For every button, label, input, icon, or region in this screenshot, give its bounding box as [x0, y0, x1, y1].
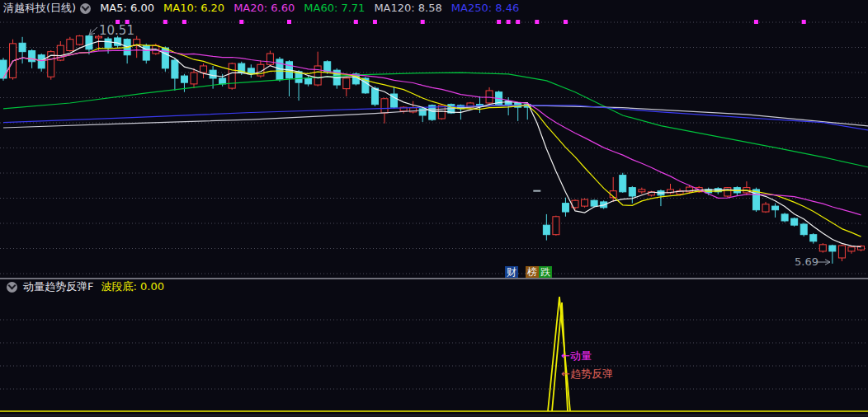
gridlines [0, 22, 868, 389]
tdx-chart-window: 清越科技(日线) MA5: 6.00 MA10: 6.20 MA20: 6.60… [0, 0, 868, 417]
trend-rebound-label: ←趋势反弹 [561, 367, 613, 382]
sub-indicator-lines [0, 297, 868, 411]
chart-canvas[interactable] [0, 0, 868, 417]
low-price-marker: 5.69 [795, 255, 818, 268]
sub-indicator-name: 动量趋势反弹F [23, 280, 93, 293]
price-marker-arrows [90, 27, 831, 265]
main-chart-header: 清越科技(日线) MA5: 6.00 MA10: 6.20 MA20: 6.60… [0, 0, 868, 16]
high-price-marker: 10.51 [99, 23, 134, 38]
ma250-readout: MA250: 8.46 [451, 0, 519, 16]
collapse-chevron-icon[interactable] [80, 3, 91, 14]
tab-finance[interactable]: 财 [505, 266, 518, 279]
mini-tabs: 财 榜跌 [505, 266, 552, 279]
stock-title: 清越科技(日线) [3, 0, 76, 16]
tab-rank-label: 榜 [526, 266, 539, 279]
sub-collapse-chevron-icon[interactable] [7, 282, 17, 293]
tab-drop-label: 跌 [539, 266, 552, 279]
sub-indicator-value: 波段底: 0.00 [101, 280, 163, 293]
tab-finance-label: 财 [505, 266, 518, 279]
ma20-readout: MA20: 6.60 [234, 0, 295, 16]
ma60-readout: MA60: 7.71 [304, 0, 365, 16]
candlestick-series [0, 35, 865, 264]
ma10-readout: MA10: 6.20 [163, 0, 224, 16]
signal-dots [116, 20, 806, 24]
ma120-readout: MA120: 8.58 [374, 0, 441, 16]
momentum-label: ←动量 [561, 349, 592, 363]
tab-rank-drop[interactable]: 榜跌 [526, 266, 552, 279]
sub-indicator-header: 动量趋势反弹F 波段底: 0.00 [0, 280, 164, 293]
ma5-readout: MA5: 6.00 [100, 0, 154, 16]
panel-divider[interactable] [0, 278, 868, 279]
